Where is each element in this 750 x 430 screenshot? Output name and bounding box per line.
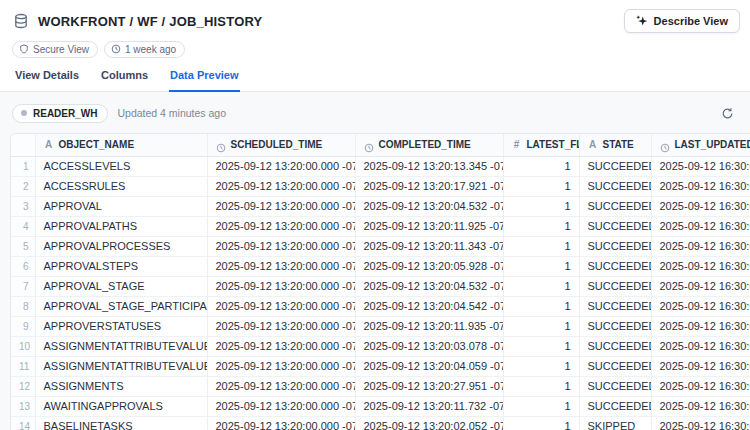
cell-object-name[interactable]: ASSIGNMENTATTRIBUTEVALUESETS <box>35 357 207 377</box>
cell-state[interactable]: SUCCEEDED <box>579 217 651 237</box>
column-header-latest-flag[interactable]: # LATEST_FLAG <box>503 134 579 157</box>
cell-completed-time[interactable]: 2025-09-12 13:20:03.078 -0700 <box>355 337 503 357</box>
cell-state[interactable]: SUCCEEDED <box>579 237 651 257</box>
cell-scheduled-time[interactable]: 2025-09-12 13:20:00.000 -0700 <box>207 317 355 337</box>
column-header-last-updated[interactable]: LAST_UPDATED <box>651 134 750 157</box>
cell-scheduled-time[interactable]: 2025-09-12 13:20:00.000 -0700 <box>207 357 355 377</box>
cell-completed-time[interactable]: 2025-09-12 13:20:02.052 -0700 <box>355 417 503 430</box>
warehouse-selector[interactable]: READER_WH <box>12 104 108 123</box>
cell-latest-flag[interactable]: 1 <box>503 357 579 377</box>
cell-object-name[interactable]: APPROVERSTATUSES <box>35 317 207 337</box>
cell-object-name[interactable]: APPROVALPATHS <box>35 217 207 237</box>
cell-completed-time[interactable]: 2025-09-12 13:20:17.921 -0700 <box>355 177 503 197</box>
cell-scheduled-time[interactable]: 2025-09-12 13:20:00.000 -0700 <box>207 397 355 417</box>
cell-latest-flag[interactable]: 1 <box>503 277 579 297</box>
cell-last-updated[interactable]: 2025-09-12 16:30:03.53 <box>651 297 750 317</box>
cell-object-name[interactable]: ASSIGNMENTS <box>35 377 207 397</box>
cell-state[interactable]: SUCCEEDED <box>579 357 651 377</box>
cell-last-updated[interactable]: 2025-09-12 16:30:03.53 <box>651 317 750 337</box>
column-header-scheduled-time[interactable]: SCHEDULED_TIME <box>207 134 355 157</box>
cell-last-updated[interactable]: 2025-09-12 16:30:03.53 <box>651 377 750 397</box>
cell-latest-flag[interactable]: 1 <box>503 177 579 197</box>
column-header-object-name[interactable]: A OBJECT_NAME <box>35 134 207 157</box>
cell-last-updated[interactable]: 2025-09-12 16:30:03.53 <box>651 197 750 217</box>
cell-object-name[interactable]: AWAITINGAPPROVALS <box>35 397 207 417</box>
cell-scheduled-time[interactable]: 2025-09-12 13:20:00.000 -0700 <box>207 197 355 217</box>
cell-object-name[interactable]: APPROVALSTEPS <box>35 257 207 277</box>
cell-latest-flag[interactable]: 1 <box>503 337 579 357</box>
column-header-completed-time[interactable]: COMPLETED_TIME <box>355 134 503 157</box>
cell-last-updated[interactable]: 2025-09-12 16:30:03.53 <box>651 177 750 197</box>
cell-completed-time[interactable]: 2025-09-12 13:20:05.928 -0700 <box>355 257 503 277</box>
cell-object-name[interactable]: ACCESSLEVELS <box>35 157 207 177</box>
cell-state[interactable]: SUCCEEDED <box>579 197 651 217</box>
cell-completed-time[interactable]: 2025-09-12 13:20:11.925 -0700 <box>355 217 503 237</box>
cell-object-name[interactable]: APPROVAL <box>35 197 207 217</box>
cell-latest-flag[interactable]: 1 <box>503 417 579 430</box>
cell-scheduled-time[interactable]: 2025-09-12 13:20:00.000 -0700 <box>207 177 355 197</box>
cell-last-updated[interactable]: 2025-09-12 16:30:03.53 <box>651 417 750 430</box>
cell-completed-time[interactable]: 2025-09-12 13:20:04.542 -0700 <box>355 297 503 317</box>
cell-completed-time[interactable]: 2025-09-12 13:20:04.532 -0700 <box>355 197 503 217</box>
cell-state[interactable]: SUCCEEDED <box>579 297 651 317</box>
refresh-button[interactable] <box>716 102 738 124</box>
cell-state[interactable]: SUCCEEDED <box>579 177 651 197</box>
cell-last-updated[interactable]: 2025-09-12 16:30:03.53 <box>651 257 750 277</box>
cell-scheduled-time[interactable]: 2025-09-12 13:20:00.000 -0700 <box>207 417 355 430</box>
cell-state[interactable]: SUCCEEDED <box>579 257 651 277</box>
cell-completed-time[interactable]: 2025-09-12 13:20:27.951 -0700 <box>355 377 503 397</box>
cell-latest-flag[interactable]: 1 <box>503 317 579 337</box>
cell-completed-time[interactable]: 2025-09-12 13:20:13.345 -0700 <box>355 157 503 177</box>
cell-state[interactable]: SKIPPED <box>579 417 651 430</box>
cell-object-name[interactable]: ASSIGNMENTATTRIBUTEVALUES <box>35 337 207 357</box>
cell-object-name[interactable]: APPROVAL_STAGE_PARTICIPANT <box>35 297 207 317</box>
cell-last-updated[interactable]: 2025-09-12 16:30:03.53 <box>651 277 750 297</box>
cell-object-name[interactable]: BASELINETASKS <box>35 417 207 430</box>
cell-scheduled-time[interactable]: 2025-09-12 13:20:00.000 -0700 <box>207 157 355 177</box>
cell-state[interactable]: SUCCEEDED <box>579 397 651 417</box>
cell-completed-time[interactable]: 2025-09-12 13:20:11.935 -0700 <box>355 317 503 337</box>
cell-scheduled-time[interactable]: 2025-09-12 13:20:00.000 -0700 <box>207 257 355 277</box>
cell-last-updated[interactable]: 2025-09-12 16:30:03.53 <box>651 397 750 417</box>
cell-latest-flag[interactable]: 1 <box>503 237 579 257</box>
tab-data-preview[interactable]: Data Preview <box>169 69 239 92</box>
cell-last-updated[interactable]: 2025-09-12 16:30:03.53 <box>651 217 750 237</box>
cell-latest-flag[interactable]: 1 <box>503 197 579 217</box>
cell-last-updated[interactable]: 2025-09-12 16:30:03.53 <box>651 337 750 357</box>
cell-completed-time[interactable]: 2025-09-12 13:20:04.532 -0700 <box>355 277 503 297</box>
cell-state[interactable]: SUCCEEDED <box>579 317 651 337</box>
cell-state[interactable]: SUCCEEDED <box>579 377 651 397</box>
cell-state[interactable]: SUCCEEDED <box>579 157 651 177</box>
cell-latest-flag[interactable]: 1 <box>503 157 579 177</box>
cell-scheduled-time[interactable]: 2025-09-12 13:20:00.000 -0700 <box>207 217 355 237</box>
cell-completed-time[interactable]: 2025-09-12 13:20:11.343 -0700 <box>355 237 503 257</box>
describe-view-button[interactable]: Describe View <box>624 9 740 33</box>
table-row: 11 ASSIGNMENTATTRIBUTEVALUESETS 2025-09-… <box>11 357 750 377</box>
cell-completed-time[interactable]: 2025-09-12 13:20:11.732 -0700 <box>355 397 503 417</box>
tab-columns[interactable]: Columns <box>100 69 149 92</box>
cell-latest-flag[interactable]: 1 <box>503 377 579 397</box>
cell-latest-flag[interactable]: 1 <box>503 297 579 317</box>
table-row: 12 ASSIGNMENTS 2025-09-12 13:20:00.000 -… <box>11 377 750 397</box>
tab-view-details[interactable]: View Details <box>14 69 80 92</box>
cell-scheduled-time[interactable]: 2025-09-12 13:20:00.000 -0700 <box>207 337 355 357</box>
cell-completed-time[interactable]: 2025-09-12 13:20:04.059 -0700 <box>355 357 503 377</box>
cell-latest-flag[interactable]: 1 <box>503 397 579 417</box>
cell-object-name[interactable]: APPROVAL_STAGE <box>35 277 207 297</box>
cell-state[interactable]: SUCCEEDED <box>579 337 651 357</box>
cell-scheduled-time[interactable]: 2025-09-12 13:20:00.000 -0700 <box>207 377 355 397</box>
cell-scheduled-time[interactable]: 2025-09-12 13:20:00.000 -0700 <box>207 277 355 297</box>
database-icon <box>12 12 30 30</box>
cell-object-name[interactable]: APPROVALPROCESSES <box>35 237 207 257</box>
cell-latest-flag[interactable]: 1 <box>503 217 579 237</box>
cell-latest-flag[interactable]: 1 <box>503 257 579 277</box>
cell-scheduled-time[interactable]: 2025-09-12 13:20:00.000 -0700 <box>207 297 355 317</box>
cell-object-name[interactable]: ACCESSRULES <box>35 177 207 197</box>
column-header-state[interactable]: A STATE <box>579 134 651 157</box>
cell-last-updated[interactable]: 2025-09-12 16:30:03.53 <box>651 157 750 177</box>
cell-last-updated[interactable]: 2025-09-12 16:30:03.53 <box>651 357 750 377</box>
cell-last-updated[interactable]: 2025-09-12 16:30:03.53 <box>651 237 750 257</box>
preview-toolbar: READER_WH Updated 4 minutes ago <box>10 100 750 133</box>
cell-state[interactable]: SUCCEEDED <box>579 277 651 297</box>
cell-scheduled-time[interactable]: 2025-09-12 13:20:00.000 -0700 <box>207 237 355 257</box>
